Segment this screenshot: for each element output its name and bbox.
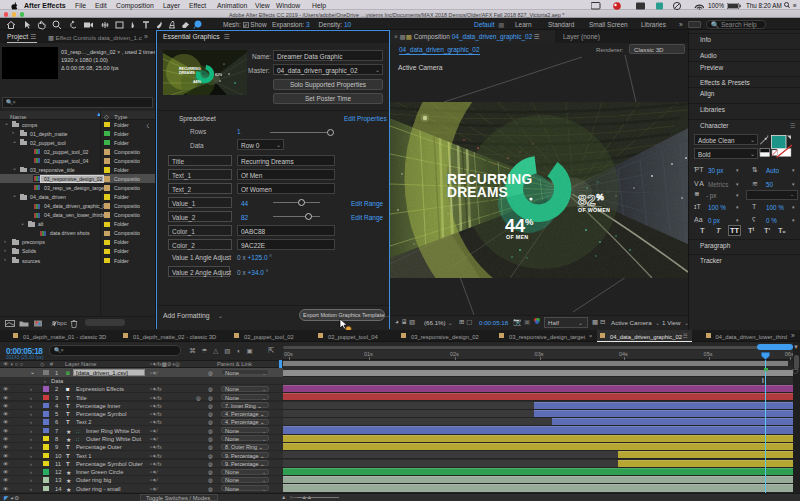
svg-text:OF MEN: OF MEN	[506, 234, 528, 240]
svg-text:DREAMS: DREAMS	[447, 185, 508, 200]
svg-text:82%: 82%	[215, 73, 223, 77]
svg-text:44%: 44%	[193, 79, 201, 84]
svg-text:OF WOMEN: OF WOMEN	[578, 207, 610, 213]
svg-text:DREAMS: DREAMS	[179, 71, 195, 75]
